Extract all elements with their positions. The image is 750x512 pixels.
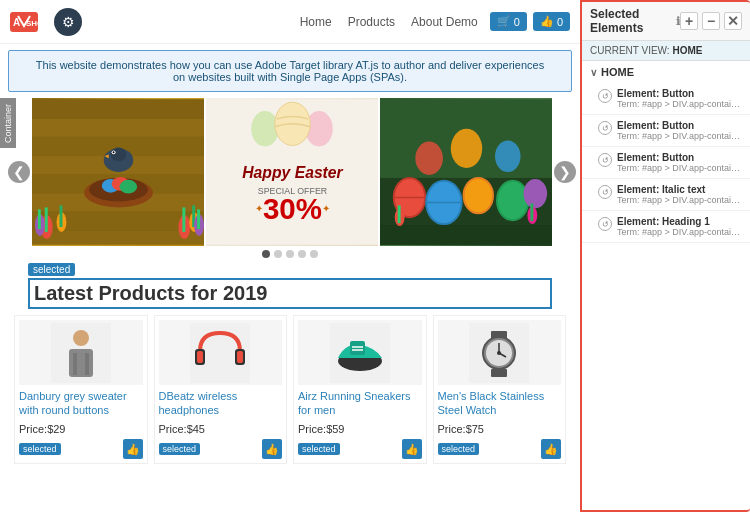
current-view-label: CURRENT VIEW: xyxy=(590,45,670,56)
close-panel-button[interactable]: ✕ xyxy=(724,12,742,30)
info-banner-text: This website demonstrates how you can us… xyxy=(36,59,544,83)
product-like-1[interactable]: 👍 xyxy=(123,439,143,459)
logo-svg: A SHOP xyxy=(10,8,50,36)
element-term-4: Term: #app > DIV.app-container.eq(0)... xyxy=(617,227,742,237)
cart-count: 0 xyxy=(514,16,520,28)
svg-rect-66 xyxy=(69,349,93,377)
element-item-2[interactable]: ↺ Element: Button Term: #app > DIV.app-c… xyxy=(582,147,750,179)
svg-point-35 xyxy=(251,111,279,146)
svg-rect-67 xyxy=(73,353,77,375)
element-type-3: Element: Italic text xyxy=(617,184,742,195)
svg-text:SHOP: SHOP xyxy=(26,19,49,28)
svg-rect-61 xyxy=(398,205,401,223)
svg-point-21 xyxy=(119,180,137,194)
logo: A SHOP ⚙ xyxy=(10,8,82,36)
product-svg-1 xyxy=(51,323,111,383)
minimize-button[interactable]: − xyxy=(702,12,720,30)
product-title-4: Men's Black Stainless Steel Watch xyxy=(438,389,562,421)
product-svg-4 xyxy=(469,323,529,383)
svg-text:✦: ✦ xyxy=(322,203,330,214)
element-icon-1: ↺ xyxy=(598,121,612,135)
element-row-1: ↺ Element: Button Term: #app > DIV.app-c… xyxy=(598,120,742,141)
likes-button[interactable]: 👍 0 xyxy=(533,12,570,31)
product-like-2[interactable]: 👍 xyxy=(262,439,282,459)
nav-products[interactable]: Products xyxy=(348,15,395,29)
product-like-3[interactable]: 👍 xyxy=(402,439,422,459)
svg-point-23 xyxy=(111,147,127,161)
product-selected-2: selected xyxy=(159,443,201,455)
product-footer-3: selected 👍 xyxy=(298,439,422,459)
product-selected-1: selected xyxy=(19,443,61,455)
svg-point-57 xyxy=(451,129,482,168)
element-term-2: Term: #app > DIV.app-container.eq(0)... xyxy=(617,163,742,173)
element-type-1: Element: Button xyxy=(617,120,742,131)
carousel-left-panel xyxy=(32,98,204,246)
product-footer-2: selected 👍 xyxy=(159,439,283,459)
element-item-0[interactable]: ↺ Element: Button Term: #app > DIV.app-c… xyxy=(582,83,750,115)
product-selected-4: selected xyxy=(438,443,480,455)
carousel-left-svg xyxy=(32,98,204,246)
element-term-0: Term: #app > DIV.app-container.eq(0)... xyxy=(617,99,742,109)
product-price-1: Price:$29 xyxy=(19,423,143,435)
current-view-bar: CURRENT VIEW: HOME xyxy=(582,41,750,61)
current-view-value: HOME xyxy=(672,45,702,56)
product-like-4[interactable]: 👍 xyxy=(541,439,561,459)
navbar: A SHOP ⚙ Home Products About Demo 🛒 0 👍 … xyxy=(0,0,580,44)
products-section-header: selected Latest Products for 2019 xyxy=(14,262,566,309)
svg-rect-72 xyxy=(197,351,203,363)
cart-button[interactable]: 🛒 0 xyxy=(490,12,527,31)
panel-title: Selected Elements xyxy=(590,7,672,35)
svg-point-65 xyxy=(73,330,89,346)
carousel-prev-button[interactable]: ❮ xyxy=(8,161,30,183)
home-section-header[interactable]: ∨ HOME xyxy=(582,61,750,83)
element-item-1[interactable]: ↺ Element: Button Term: #app > DIV.app-c… xyxy=(582,115,750,147)
home-section: ∨ HOME ↺ Element: Button Term: #app > DI… xyxy=(582,61,750,243)
product-svg-2 xyxy=(190,323,250,383)
element-item-3[interactable]: ↺ Element: Italic text Term: #app > DIV.… xyxy=(582,179,750,211)
element-info-2: Element: Button Term: #app > DIV.app-con… xyxy=(617,152,742,173)
carousel-right-svg xyxy=(380,98,552,246)
product-image-3 xyxy=(298,320,422,385)
add-element-button[interactable]: + xyxy=(680,12,698,30)
product-selected-3: selected xyxy=(298,443,340,455)
carousel-dot-4[interactable] xyxy=(298,250,306,258)
element-icon-3: ↺ xyxy=(598,185,612,199)
container-label: Container xyxy=(0,98,16,148)
carousel-dot-1[interactable] xyxy=(262,250,270,258)
element-icon-0: ↺ xyxy=(598,89,612,103)
element-type-0: Element: Button xyxy=(617,88,742,99)
svg-point-25 xyxy=(113,151,115,153)
element-info-4: Element: Heading 1 Term: #app > DIV.app-… xyxy=(617,216,742,237)
nav-home[interactable]: Home xyxy=(300,15,332,29)
carousel-images: Happy Easter SPECIAL OFFER 30% ✦ ✦ xyxy=(32,98,552,246)
product-price-4: Price:$75 xyxy=(438,423,562,435)
likes-count: 0 xyxy=(557,16,563,28)
product-footer-1: selected 👍 xyxy=(19,439,143,459)
panel-header: Selected Elements ℹ + − ✕ xyxy=(582,2,750,41)
element-row-3: ↺ Element: Italic text Term: #app > DIV.… xyxy=(598,184,742,205)
carousel-dot-2[interactable] xyxy=(274,250,282,258)
element-item-4[interactable]: ↺ Element: Heading 1 Term: #app > DIV.ap… xyxy=(582,211,750,243)
svg-rect-68 xyxy=(85,353,89,375)
product-image-4 xyxy=(438,320,562,385)
product-price-3: Price:$59 xyxy=(298,423,422,435)
nav-about-demo[interactable]: About Demo xyxy=(411,15,478,29)
element-type-4: Element: Heading 1 xyxy=(617,216,742,227)
carousel-dot-5[interactable] xyxy=(310,250,318,258)
svg-rect-4 xyxy=(32,99,204,119)
element-row-0: ↺ Element: Button Term: #app > DIV.app-c… xyxy=(598,88,742,109)
svg-rect-81 xyxy=(491,369,507,377)
product-card-3: Airz Running Sneakers for men Price:$59 … xyxy=(293,315,427,464)
svg-point-55 xyxy=(523,179,547,208)
element-row-2: ↺ Element: Button Term: #app > DIV.app-c… xyxy=(598,152,742,173)
svg-point-58 xyxy=(495,141,521,172)
expand-chevron-icon: ∨ xyxy=(590,67,597,78)
element-info-1: Element: Button Term: #app > DIV.app-con… xyxy=(617,120,742,141)
carousel-dot-3[interactable] xyxy=(286,250,294,258)
carousel-center-svg: Happy Easter SPECIAL OFFER 30% ✦ ✦ xyxy=(206,98,378,246)
element-type-2: Element: Button xyxy=(617,152,742,163)
svg-rect-32 xyxy=(197,209,200,229)
product-card-4: Men's Black Stainless Steel Watch Price:… xyxy=(433,315,567,464)
product-svg-3 xyxy=(330,323,390,383)
carousel-next-button[interactable]: ❯ xyxy=(554,161,576,183)
